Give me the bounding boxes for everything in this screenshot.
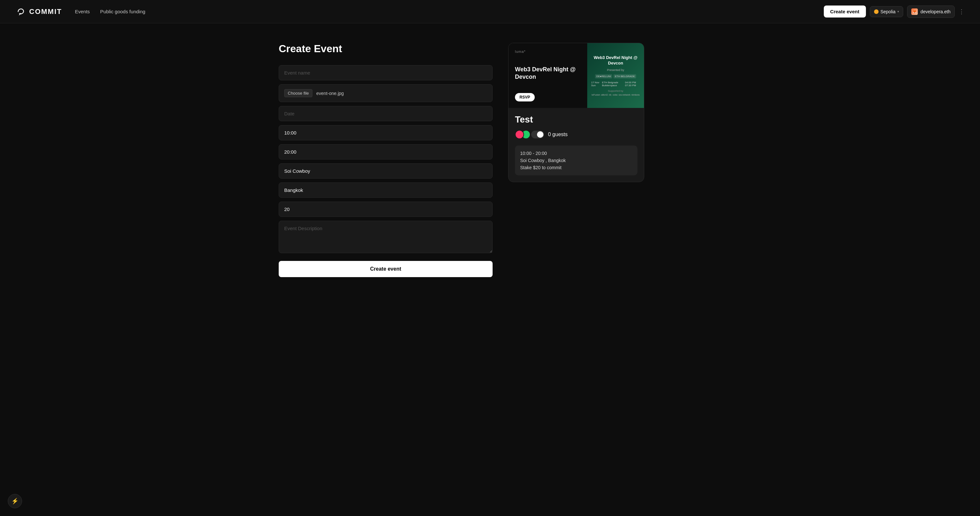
event-card-image-title: Web3 DevRel Night @ Devcon bbox=[515, 66, 581, 81]
end-time-group bbox=[279, 144, 493, 159]
event-date: 17 Nov Sun bbox=[591, 81, 600, 87]
end-time-input[interactable] bbox=[279, 144, 493, 159]
network-name: Sepolia bbox=[880, 9, 896, 14]
submit-button[interactable]: Create event bbox=[279, 261, 493, 277]
create-event-nav-button[interactable]: Create event bbox=[824, 5, 866, 18]
location-group bbox=[279, 163, 493, 178]
file-upload-label[interactable]: Choose file event-one.jpg bbox=[279, 84, 493, 102]
event-orgs: DE●RELUNI ETH BELGRADE bbox=[595, 74, 636, 78]
event-time-range: 10:00 - 20:00 bbox=[520, 151, 632, 156]
city-group bbox=[279, 183, 493, 198]
navbar-left: COMMIT Events Public goods funding bbox=[16, 6, 145, 17]
description-input[interactable] bbox=[279, 221, 493, 253]
choose-file-button: Choose file bbox=[284, 89, 312, 97]
network-badge[interactable]: Sepolia ▾ bbox=[870, 6, 904, 17]
event-stake-info: Stake $20 to commit bbox=[520, 165, 632, 170]
event-date-row: 17 Nov Sun ETH Belgrade Builderspace 04:… bbox=[591, 81, 640, 87]
nav-link-events[interactable]: Events bbox=[75, 9, 90, 14]
logo-text: COMMIT bbox=[29, 8, 62, 16]
file-name: event-one.jpg bbox=[316, 91, 344, 96]
event-card-image: luma* Web3 DevRel Night @ Devcon RSVP We… bbox=[509, 43, 644, 108]
sponsor-5: nimbora bbox=[631, 94, 640, 96]
luma-logo: luma* bbox=[515, 49, 581, 54]
sponsor-4: ssv.network bbox=[619, 94, 630, 96]
user-badge[interactable]: 🦊 developera.eth bbox=[907, 5, 955, 18]
more-icon[interactable]: ⋮ bbox=[959, 8, 964, 15]
guests-row: 0 guests bbox=[515, 130, 638, 139]
toggle-knob bbox=[537, 131, 544, 138]
supported-by-label: Supported by bbox=[608, 89, 624, 92]
date-input[interactable] bbox=[279, 106, 493, 121]
presented-by-label: Presented by bbox=[607, 68, 624, 72]
rsvp-button[interactable]: RSVP bbox=[515, 93, 535, 102]
sponsor-logos: txFusion attic42 nil; cobo ssv.network n… bbox=[592, 94, 640, 96]
start-time-group bbox=[279, 125, 493, 140]
capacity-input[interactable] bbox=[279, 202, 493, 217]
file-upload-group: Choose file event-one.jpg bbox=[279, 84, 493, 102]
logo[interactable]: COMMIT bbox=[16, 6, 62, 17]
description-group bbox=[279, 221, 493, 255]
city-input[interactable] bbox=[279, 183, 493, 198]
guest-avatars bbox=[515, 130, 544, 139]
date-group bbox=[279, 106, 493, 121]
event-time: 04:00 PM 07:30 PM bbox=[625, 81, 640, 87]
event-card-right-title: Web3 DevRel Night @ Devcon bbox=[591, 55, 640, 66]
network-dot-icon bbox=[874, 10, 878, 14]
sponsor-2: nil; bbox=[609, 94, 612, 96]
event-name-input[interactable] bbox=[279, 65, 493, 80]
event-details-box: 10:00 - 20:00 Soi Cowboy , Bangkok Stake… bbox=[515, 145, 638, 175]
location-input[interactable] bbox=[279, 163, 493, 178]
event-card: luma* Web3 DevRel Night @ Devcon RSVP We… bbox=[508, 43, 644, 182]
guests-count: 0 guests bbox=[548, 132, 568, 137]
chevron-down-icon: ▾ bbox=[897, 10, 899, 13]
guest-avatar-0 bbox=[515, 130, 524, 139]
sponsor-1: attic42 bbox=[601, 94, 608, 96]
event-location-city: Soi Cowboy , Bangkok bbox=[520, 158, 632, 163]
event-image-right: Web3 DevRel Night @ Devcon Presented by … bbox=[587, 43, 644, 108]
nav-links: Events Public goods funding bbox=[75, 9, 145, 14]
toggle-slider[interactable] bbox=[531, 131, 544, 139]
start-time-input[interactable] bbox=[279, 125, 493, 140]
lightning-button[interactable]: ⚡ bbox=[8, 494, 22, 508]
form-section: Create Event Choose file event-one.jpg bbox=[279, 43, 493, 277]
preview-section: luma* Web3 DevRel Night @ Devcon RSVP We… bbox=[508, 43, 644, 277]
logo-icon bbox=[16, 6, 26, 17]
event-image-left: luma* Web3 DevRel Night @ Devcon RSVP bbox=[509, 43, 587, 108]
nav-link-public-goods[interactable]: Public goods funding bbox=[100, 9, 145, 14]
event-card-name: Test bbox=[515, 115, 638, 125]
event-card-body: Test 0 guests 10:00 - 20:00 Soi Cowboy ,… bbox=[509, 108, 644, 182]
avatar: 🦊 bbox=[911, 8, 918, 15]
event-name-group bbox=[279, 65, 493, 80]
navbar: COMMIT Events Public goods funding Creat… bbox=[0, 0, 980, 23]
navbar-right: Create event Sepolia ▾ 🦊 developera.eth … bbox=[824, 5, 964, 18]
org-badge-1: ETH BELGRADE bbox=[614, 74, 636, 78]
main-content: Create Event Choose file event-one.jpg bbox=[263, 23, 717, 296]
sponsor-3: cobo bbox=[613, 94, 618, 96]
page-title: Create Event bbox=[279, 43, 493, 55]
event-venue: ETH Belgrade Builderspace bbox=[602, 81, 623, 87]
sponsor-0: txFusion bbox=[592, 94, 600, 96]
username: developera.eth bbox=[920, 9, 950, 14]
capacity-group bbox=[279, 202, 493, 217]
org-badge-0: DE●RELUNI bbox=[595, 74, 612, 78]
